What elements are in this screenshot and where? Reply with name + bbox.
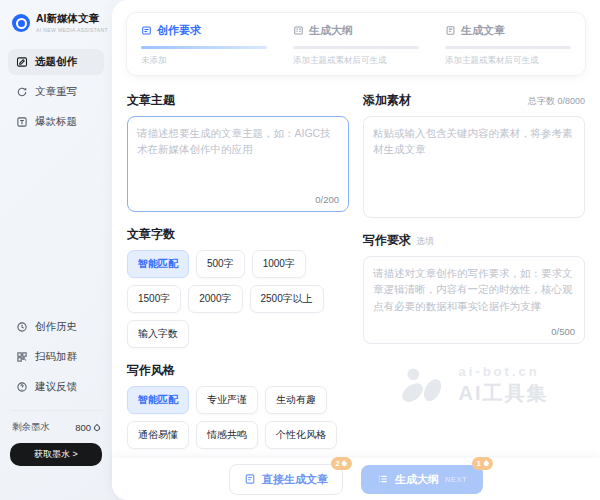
style-option[interactable]: 生动有趣 — [265, 386, 327, 414]
style-option[interactable]: 智能匹配 — [127, 386, 189, 414]
generate-article-directly-label: 直接生成文章 — [262, 472, 328, 487]
feedback-icon — [16, 381, 28, 393]
progress-stepper: 创作要求 未添加 生成大纲 添加主题或素材后可生成 生成文章 添加主题或素材后可… — [126, 12, 586, 76]
left-column: 文章主题 请描述想要生成的文章主题，如：AIGC技术在新媒体创作中的应用 0/2… — [127, 88, 349, 500]
main-panel: 创作要求 未添加 生成大纲 添加主题或素材后可生成 生成文章 添加主题或素材后可… — [112, 0, 600, 500]
style-option[interactable]: 专业严谨 — [196, 386, 258, 414]
step-status: 未添加 — [141, 55, 267, 67]
requirements-section-title: 写作要求选填 — [363, 232, 434, 249]
word-count-section-title: 文章字数 — [127, 226, 175, 243]
sidebar-divider — [10, 410, 102, 411]
next-hint: NEXT — [445, 475, 467, 484]
rewrite-icon — [16, 86, 28, 98]
word-count-option[interactable]: 1500字 — [127, 285, 181, 313]
generate-outline-label: 生成大纲 — [395, 472, 439, 487]
outline-step-icon — [293, 25, 304, 36]
qr-code-icon — [16, 351, 28, 363]
document-icon — [244, 473, 256, 485]
generate-outline-button[interactable]: 生成大纲 NEXT 1 — [361, 465, 483, 494]
word-count-options: 智能匹配 500字 1000字 1500字 2000字 2500字以上 输入字数 — [127, 250, 349, 348]
app-subtitle: AI NEW MEDIA ASSISTANT — [36, 27, 108, 33]
style-options: 智能匹配 专业严谨 生动有趣 通俗易懂 情感共鸣 个性化风格 — [127, 386, 349, 449]
requirements-step-icon — [141, 25, 152, 36]
watermark-domain: ai-bot.cn — [459, 364, 549, 379]
app-title: AI新媒体文章 — [36, 12, 108, 26]
step-status: 添加主题或素材后可生成 — [293, 55, 419, 67]
watermark-title: AI工具集 — [459, 380, 549, 407]
ink-remaining-label: 剩余墨水 — [12, 421, 50, 434]
step-generate-outline[interactable]: 生成大纲 添加主题或素材后可生成 — [293, 23, 419, 67]
ink-cost-badge: 2 — [331, 457, 352, 470]
edit-icon — [16, 56, 28, 68]
sidebar-item-label: 文章重写 — [35, 85, 77, 99]
sidebar-item-label: 创作历史 — [35, 320, 77, 334]
step-status: 添加主题或素材后可生成 — [445, 55, 571, 67]
ink-remaining-value: 800 — [75, 422, 91, 433]
sidebar-item-label: 选题创作 — [35, 55, 77, 69]
step-label: 生成文章 — [461, 23, 505, 38]
step-creation-requirements[interactable]: 创作要求 未添加 — [141, 23, 267, 67]
optional-tag: 选填 — [416, 236, 434, 246]
material-placeholder: 粘贴或输入包含关键内容的素材，将参考素材生成文章 — [373, 125, 575, 158]
word-count-option[interactable]: 1000字 — [252, 250, 306, 278]
requirements-counter: 0/500 — [551, 326, 575, 337]
topic-section-title: 文章主题 — [127, 92, 175, 109]
drop-icon — [342, 460, 348, 466]
style-option[interactable]: 通俗易懂 — [127, 421, 189, 449]
sidebar-item-scan-group[interactable]: 扫码加群 — [8, 344, 104, 370]
sidebar-item-hot-title[interactable]: 爆款标题 — [8, 109, 104, 135]
step-progress-bar — [445, 46, 571, 49]
word-count-option-custom[interactable]: 输入字数 — [127, 320, 189, 348]
word-count-option[interactable]: 500字 — [196, 250, 245, 278]
drop-icon — [483, 460, 489, 466]
step-generate-article[interactable]: 生成文章 添加主题或素材后可生成 — [445, 23, 571, 67]
right-column: 添加素材 总字数 0/8000 粘贴或输入包含关键内容的素材，将参考素材生成文章… — [363, 88, 585, 500]
ink-cost-badge: 1 — [472, 457, 493, 470]
app-logo-icon — [12, 14, 30, 32]
sidebar-item-label: 扫码加群 — [35, 350, 77, 364]
style-option[interactable]: 情感共鸣 — [196, 421, 258, 449]
list-icon — [377, 473, 389, 485]
requirements-textarea[interactable]: 请描述对文章创作的写作要求，如：要求文章逻辑清晰，内容有一定的时效性，核心观点有… — [363, 256, 585, 344]
sidebar: AI新媒体文章 AI NEW MEDIA ASSISTANT 选题创作 文章重写… — [0, 0, 112, 500]
topic-textarea[interactable]: 请描述想要生成的文章主题，如：AIGC技术在新媒体创作中的应用 0/200 — [127, 116, 349, 212]
get-ink-button[interactable]: 获取墨水 > — [10, 443, 102, 466]
material-textarea[interactable]: 粘贴或输入包含关键内容的素材，将参考素材生成文章 — [363, 116, 585, 218]
footer-bar: 直接生成文章 2 生成大纲 NEXT 1 — [112, 458, 600, 500]
sidebar-item-article-rewrite[interactable]: 文章重写 — [8, 79, 104, 105]
article-step-icon — [445, 25, 456, 36]
app-logo: AI新媒体文章 AI NEW MEDIA ASSISTANT — [8, 12, 104, 33]
history-icon — [16, 321, 28, 333]
sidebar-item-label: 爆款标题 — [35, 115, 77, 129]
requirements-placeholder: 请描述对文章创作的写作要求，如：要求文章逻辑清晰，内容有一定的时效性，核心观点有… — [373, 265, 575, 314]
word-count-option[interactable]: 2000字 — [188, 285, 242, 313]
watermark: ai-bot.cn AI工具集 — [363, 364, 585, 407]
style-section-title: 写作风格 — [127, 362, 175, 379]
topic-counter: 0/200 — [315, 194, 339, 205]
step-label: 生成大纲 — [309, 23, 353, 38]
title-icon — [16, 116, 28, 128]
step-label: 创作要求 — [157, 23, 201, 38]
word-count-option[interactable]: 2500字以上 — [250, 285, 324, 313]
watermark-logo-icon — [400, 366, 450, 406]
material-section-title: 添加素材 — [363, 92, 411, 109]
material-total-count: 0/8000 — [557, 96, 585, 106]
topic-placeholder: 请描述想要生成的文章主题，如：AIGC技术在新媒体创作中的应用 — [137, 125, 339, 158]
material-total-label: 总字数 — [528, 96, 555, 106]
ink-drop-icon — [93, 423, 101, 431]
sidebar-item-history[interactable]: 创作历史 — [8, 314, 104, 340]
sidebar-item-topic-creation[interactable]: 选题创作 — [8, 49, 104, 75]
step-progress-bar — [141, 46, 267, 49]
generate-article-directly-button[interactable]: 直接生成文章 2 — [229, 464, 343, 495]
step-progress-bar — [293, 46, 419, 49]
sidebar-item-feedback[interactable]: 建议反馈 — [8, 374, 104, 400]
style-option[interactable]: 个性化风格 — [265, 421, 337, 449]
sidebar-item-label: 建议反馈 — [35, 380, 77, 394]
word-count-option[interactable]: 智能匹配 — [127, 250, 189, 278]
